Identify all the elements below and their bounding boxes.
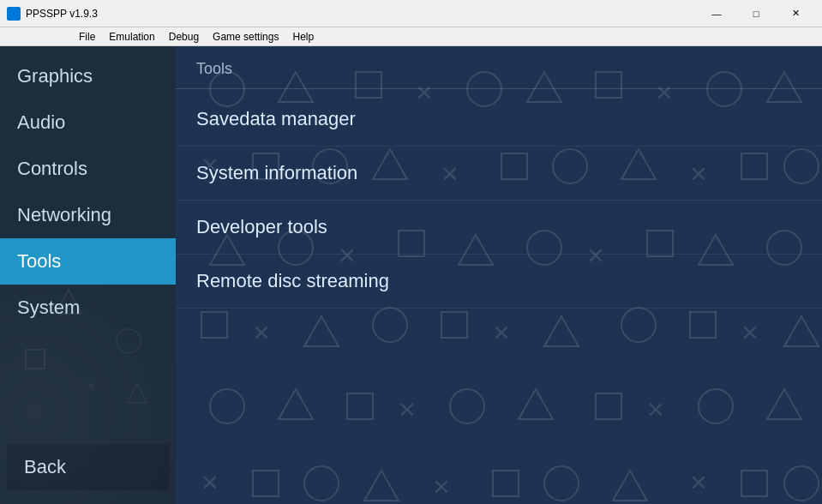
menu-item-help[interactable]: Help: [285, 29, 321, 45]
svg-point-64: [544, 466, 579, 501]
menu-bar: FileEmulationDebugGame settingsHelp: [0, 27, 822, 46]
sidebar-item-controls[interactable]: Controls: [0, 146, 176, 192]
svg-marker-43: [544, 316, 579, 346]
svg-marker-39: [304, 316, 339, 346]
sidebar-item-tools[interactable]: Tools: [0, 238, 176, 285]
svg-text:×: ×: [399, 393, 416, 425]
tools-item-developer-tools[interactable]: Developer tools: [176, 201, 822, 255]
svg-point-68: [784, 466, 819, 501]
svg-text:×: ×: [741, 315, 759, 348]
sidebar-item-graphics[interactable]: Graphics: [0, 53, 176, 99]
main-panel: × × × × × × ×: [176, 46, 822, 504]
minimize-button[interactable]: —: [697, 0, 736, 27]
back-button[interactable]: Back: [7, 444, 169, 490]
tools-item-remote-disc-streaming[interactable]: Remote disc streaming: [176, 255, 822, 309]
svg-rect-45: [690, 312, 716, 338]
tools-item-system-information[interactable]: System information: [176, 147, 822, 201]
sidebar-item-networking[interactable]: Networking: [0, 192, 176, 238]
app-icon: [7, 7, 21, 21]
menu-item-emulation[interactable]: Emulation: [102, 29, 161, 45]
svg-rect-67: [741, 471, 767, 496]
svg-point-56: [699, 389, 733, 423]
tools-item-savedata-manager[interactable]: Savedata manager: [176, 93, 822, 147]
svg-rect-63: [493, 471, 519, 496]
svg-rect-37: [201, 312, 227, 338]
menu-item-debug[interactable]: Debug: [162, 29, 206, 45]
content-area: Tools Savedata managerSystem information…: [176, 46, 822, 309]
svg-rect-50: [347, 393, 373, 419]
menu-item-game-settings[interactable]: Game settings: [206, 29, 285, 45]
svg-text:×: ×: [647, 393, 664, 425]
svg-marker-47: [784, 316, 819, 346]
svg-marker-57: [767, 389, 801, 419]
svg-point-52: [450, 389, 484, 423]
svg-marker-53: [519, 389, 553, 419]
app-title: PPSSPP v1.9.3: [26, 8, 98, 20]
title-bar-controls: — □ ✕: [697, 0, 815, 27]
sidebar-bottom: Back: [0, 437, 176, 504]
svg-marker-49: [279, 389, 313, 419]
menu-item-file[interactable]: File: [72, 29, 102, 45]
svg-text:×: ×: [253, 315, 270, 348]
svg-point-44: [621, 308, 656, 342]
menu-game-settings[interactable]: [45, 35, 58, 39]
svg-point-48: [210, 389, 244, 423]
svg-marker-61: [364, 471, 399, 501]
svg-rect-54: [596, 393, 621, 419]
menu-emulation[interactable]: [17, 35, 31, 39]
menu-help[interactable]: [58, 35, 72, 39]
svg-rect-41: [441, 312, 467, 338]
close-button[interactable]: ✕: [776, 0, 815, 27]
svg-point-60: [304, 466, 339, 501]
sidebar-nav: GraphicsAudioControlsNetworkingToolsSyst…: [0, 46, 176, 437]
sidebar-item-system[interactable]: System: [0, 285, 176, 331]
menu-debug[interactable]: [31, 35, 45, 39]
svg-text:×: ×: [690, 465, 707, 498]
title-bar: PPSSPP v1.9.3 — □ ✕: [0, 0, 822, 27]
menu-file[interactable]: [3, 35, 17, 39]
sidebar: GraphicsAudioControlsNetworkingToolsSyst…: [0, 46, 176, 504]
sidebar-item-audio[interactable]: Audio: [0, 99, 176, 146]
svg-text:×: ×: [201, 465, 219, 498]
svg-point-40: [373, 308, 407, 342]
maximize-button[interactable]: □: [736, 0, 776, 27]
section-title: Tools: [176, 46, 822, 89]
svg-rect-59: [253, 471, 279, 496]
tools-menu-list: Savedata managerSystem informationDevelo…: [176, 93, 822, 309]
main-content: GraphicsAudioControlsNetworkingToolsSyst…: [0, 46, 822, 504]
svg-text:×: ×: [433, 470, 450, 502]
svg-marker-65: [613, 471, 647, 501]
title-bar-left: PPSSPP v1.9.3: [7, 7, 98, 21]
svg-text:×: ×: [493, 315, 510, 348]
